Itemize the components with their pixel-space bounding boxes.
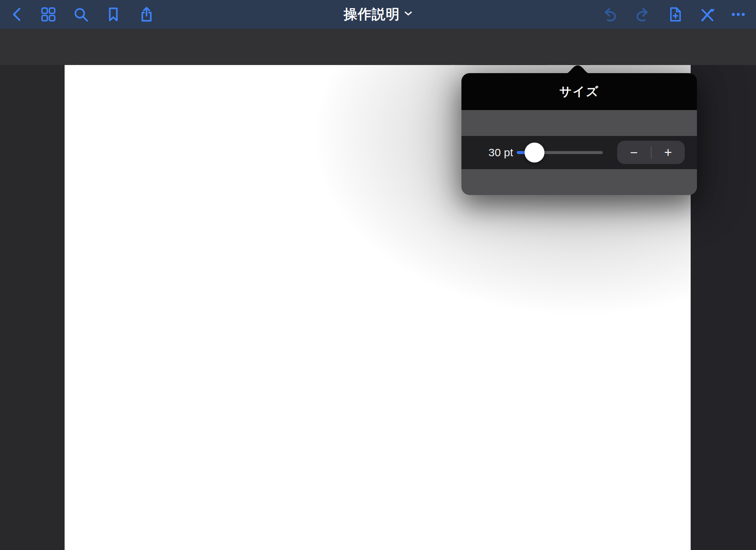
top-navigation-bar: 操作説明 (0, 0, 756, 29)
bookmark-icon (105, 6, 122, 23)
search-button[interactable] (72, 6, 89, 23)
chevron-down-icon (404, 11, 412, 18)
undo-icon (602, 6, 619, 23)
share-icon (138, 6, 155, 23)
page-title[interactable]: 操作説明 (344, 5, 400, 24)
decrease-size-button[interactable]: − (617, 141, 651, 164)
tools-toolbar: T YuGo-Medium 30 (0, 29, 756, 65)
popover-title: サイズ (559, 83, 599, 100)
popover-arrow (565, 65, 591, 74)
undo-button[interactable] (602, 6, 619, 23)
read-only-mode-button[interactable] (698, 6, 715, 23)
chevron-left-icon (9, 6, 26, 23)
popover-header: サイズ (461, 73, 697, 110)
back-button[interactable] (9, 6, 26, 23)
share-button[interactable] (138, 6, 155, 23)
ellipsis-icon (730, 6, 747, 23)
canvas-background-right (691, 65, 756, 550)
popover-section-top (461, 110, 697, 136)
search-icon (72, 6, 89, 23)
add-page-button[interactable] (666, 6, 683, 23)
size-slider-thumb[interactable] (525, 143, 544, 163)
redo-button[interactable] (634, 6, 651, 23)
pencil-crossed-icon (698, 6, 715, 23)
page-thumbnails-button[interactable] (40, 6, 57, 23)
bookmark-button[interactable] (105, 6, 122, 23)
increase-size-button[interactable]: + (652, 141, 685, 164)
more-options-button[interactable] (730, 6, 747, 23)
size-slider-row: 30 pt − + (461, 136, 697, 169)
popover-section-bottom (461, 169, 697, 195)
grid-icon (40, 6, 57, 23)
font-size-popover: サイズ 30 pt − + (461, 73, 697, 195)
size-stepper: − + (617, 141, 685, 164)
size-value-label: 30 pt (461, 136, 513, 169)
redo-icon (634, 6, 651, 23)
add-page-icon (666, 6, 683, 23)
goodnotes-app-window: 操作説明 (0, 0, 756, 550)
document-canvas: サイズ 30 pt − + (0, 65, 756, 550)
